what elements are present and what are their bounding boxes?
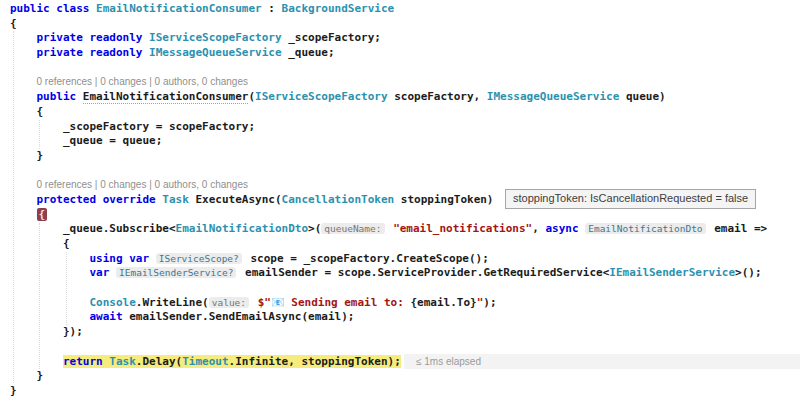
blank-line — [10, 340, 800, 355]
code-token: {email.To} — [410, 296, 476, 309]
code-token: email => — [708, 222, 768, 235]
code-token: IMessageQueueService — [149, 46, 281, 59]
code-token: { — [63, 237, 70, 250]
code-token: 0 references | 0 changes | 0 authors, 0 … — [37, 179, 248, 190]
code-token: async — [545, 222, 585, 235]
code-line[interactable]: public EmailNotificationConsumer(IServic… — [10, 90, 800, 105]
code-token: { — [10, 17, 17, 30]
code-token: .Infinite, stoppingToken); — [229, 355, 401, 368]
code-token: 0 references | 0 changes | 0 authors, 0 … — [37, 76, 248, 87]
inline-type-hint: IEmailSenderService? — [116, 267, 236, 278]
code-token: public class — [10, 2, 96, 15]
code-line[interactable]: { — [10, 208, 800, 223]
code-token: _scopeFactory; — [282, 31, 381, 44]
code-token: ExecuteAsync( — [189, 193, 282, 206]
code-line[interactable]: private readonly IMessageQueueService _q… — [10, 46, 800, 61]
code-line[interactable]: private readonly IServiceScopeFactory _s… — [10, 31, 800, 46]
code-line[interactable]: await emailSender.SendEmailAsync(email); — [10, 310, 800, 325]
code-token: Task — [109, 355, 136, 368]
code-token: stoppingToken) — [394, 193, 493, 206]
code-line[interactable]: _queue = queue; — [10, 134, 800, 149]
inline-parameter-hint: value: — [209, 297, 249, 308]
code-token: using var — [90, 252, 156, 265]
code-line[interactable]: _scopeFactory = scopeFactory; — [10, 120, 800, 135]
code-token: EmailNotificationConsumer — [83, 90, 249, 104]
code-token: { — [37, 105, 44, 118]
inline-type-hint: IServiceScope? — [156, 253, 242, 264]
code-token: private readonly — [37, 46, 150, 59]
code-token: await — [90, 310, 123, 323]
code-token: IServiceScopeFactory — [149, 31, 281, 44]
code-token: Task — [162, 193, 189, 206]
code-token: , — [532, 222, 545, 235]
debug-highlighted-brace: { — [37, 208, 48, 221]
blank-line — [10, 164, 800, 179]
code-token: "email_notifications" — [393, 222, 532, 235]
code-line[interactable]: var IEmailSenderService? emailSender = s… — [10, 266, 800, 281]
blank-line — [10, 281, 800, 296]
code-token: _scopeFactory = scopeFactory; — [63, 120, 255, 133]
code-token: IEmailSenderService — [609, 266, 735, 279]
indent-guide — [13, 31, 14, 383]
code-line[interactable]: } — [10, 369, 800, 384]
code-token: Timeout — [182, 355, 228, 368]
code-token: private readonly — [37, 31, 150, 44]
code-token: _queue = queue; — [63, 134, 162, 147]
code-token: $"📧 Sending email to: — [258, 296, 411, 309]
indent-guide — [39, 120, 40, 149]
code-line[interactable]: } — [10, 149, 800, 164]
code-token: : — [262, 2, 282, 15]
code-token: } — [37, 369, 44, 382]
code-token — [251, 296, 258, 309]
code-token: queue) — [619, 90, 665, 103]
code-token: EmailNotificationDto — [176, 222, 308, 235]
code-token: >(); — [735, 266, 762, 279]
codelens-line[interactable]: 0 references | 0 changes | 0 authors, 0 … — [10, 75, 800, 90]
code-token: BackgroundService — [282, 2, 395, 15]
code-token: return — [63, 355, 109, 368]
code-token: _queue.Subscribe< — [63, 222, 176, 235]
code-token: EmailNotificationConsumer — [96, 2, 262, 15]
debug-datatip[interactable]: stoppingToken: IsCancellationRequested =… — [505, 189, 756, 209]
code-token: .Delay( — [136, 355, 182, 368]
current-statement-highlight: return Task.Delay(Timeout.Infinite, stop… — [63, 355, 401, 368]
code-token: } — [10, 384, 17, 397]
code-token: ); — [483, 296, 496, 309]
code-token: protected override — [37, 193, 163, 206]
indent-guide — [39, 223, 40, 369]
inline-type-hint: EmailNotificationDto — [585, 223, 705, 234]
code-line[interactable]: }); — [10, 325, 800, 340]
code-line[interactable]: Console.WriteLine(value: $"📧 Sending ema… — [10, 296, 800, 311]
code-token: scope = _scopeFactory.CreateScope(); — [244, 252, 489, 265]
code-token: IServiceScopeFactory — [255, 90, 387, 103]
code-line[interactable]: { — [10, 17, 800, 32]
code-line[interactable]: { — [10, 237, 800, 252]
code-line[interactable]: public class EmailNotificationConsumer :… — [10, 2, 800, 17]
indent-guide — [66, 252, 67, 325]
code-token: _queue; — [282, 46, 335, 59]
code-line[interactable]: } — [10, 384, 800, 399]
perf-tip[interactable]: ≤ 1ms elapsed — [404, 354, 800, 369]
code-token: }); — [63, 325, 83, 338]
inline-parameter-hint: queueName: — [321, 223, 384, 234]
code-token: IMessageQueueService — [487, 90, 619, 103]
code-token: } — [37, 149, 44, 162]
code-line[interactable]: _queue.Subscribe<EmailNotificationDto>(q… — [10, 222, 800, 237]
code-token: emailSender.SendEmailAsync(email); — [123, 310, 355, 323]
code-token: emailSender = scope.ServiceProvider.GetR… — [238, 266, 609, 279]
blank-line — [10, 61, 800, 76]
code-line[interactable]: { — [10, 105, 800, 120]
code-line[interactable]: using var IServiceScope? scope = _scopeF… — [10, 252, 800, 267]
code-token: Console — [90, 296, 136, 309]
code-token: >( — [308, 222, 321, 235]
code-token: CancellationToken — [282, 193, 395, 206]
code-token: scopeFactory, — [388, 90, 487, 103]
code-token: public — [37, 90, 83, 103]
code-token: .WriteLine( — [136, 296, 209, 309]
code-token: var — [90, 266, 117, 279]
